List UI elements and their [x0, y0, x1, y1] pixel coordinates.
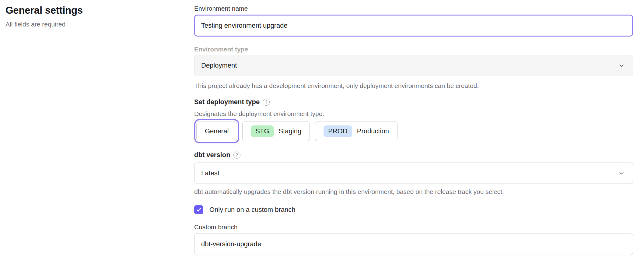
- environment-type-select[interactable]: Deployment: [194, 55, 633, 76]
- deployment-type-production-label: Production: [357, 127, 389, 135]
- settings-header: General settings All fields are required: [5, 4, 182, 29]
- deployment-type-staging-label: Staging: [279, 127, 302, 135]
- chevron-down-icon: [618, 170, 625, 177]
- environment-name-input[interactable]: [194, 15, 633, 37]
- deployment-type-general-label: General: [205, 127, 229, 135]
- page-subtitle: All fields are required: [5, 20, 182, 29]
- deployment-type-staging-button[interactable]: STG Staging: [242, 121, 310, 141]
- dbt-version-label: dbt version: [194, 150, 230, 160]
- custom-branch-checkbox[interactable]: [194, 205, 203, 214]
- deployment-type-label: Set deployment type: [194, 97, 260, 107]
- chevron-down-icon: [618, 62, 625, 69]
- check-icon: [196, 207, 202, 213]
- dbt-version-select[interactable]: Latest: [194, 163, 633, 184]
- page-title: General settings: [5, 4, 182, 17]
- deployment-type-label-row: Set deployment type ?: [194, 97, 633, 107]
- environment-type-help-text: This project already has a development e…: [194, 82, 633, 90]
- environment-type-value: Deployment: [201, 61, 237, 69]
- dbt-version-label-row: dbt version ?: [194, 150, 633, 160]
- custom-branch-toggle-label[interactable]: Only run on a custom branch: [209, 206, 295, 214]
- deployment-type-general-button[interactable]: General: [196, 121, 237, 141]
- general-settings-page: General settings All fields are required…: [0, 0, 644, 263]
- environment-type-label: Environment type: [194, 45, 633, 54]
- help-icon[interactable]: ?: [263, 99, 270, 106]
- custom-branch-input[interactable]: [194, 233, 633, 255]
- dbt-version-value: Latest: [201, 169, 219, 177]
- environment-name-label: Environment name: [194, 4, 633, 13]
- dbt-version-help-text: dbt automatically upgrades the dbt versi…: [194, 188, 633, 196]
- custom-branch-toggle-row: Only run on a custom branch: [194, 205, 633, 214]
- staging-badge: STG: [251, 125, 274, 137]
- environment-settings-form: Environment name Environment type Deploy…: [194, 0, 633, 255]
- help-icon[interactable]: ?: [233, 152, 240, 159]
- custom-branch-label: Custom branch: [194, 223, 633, 231]
- deployment-type-description: Designates the deployment environment ty…: [194, 110, 633, 118]
- deployment-type-options: General STG Staging PROD Production: [194, 121, 633, 141]
- production-badge: PROD: [324, 125, 352, 137]
- deployment-type-production-button[interactable]: PROD Production: [315, 121, 397, 141]
